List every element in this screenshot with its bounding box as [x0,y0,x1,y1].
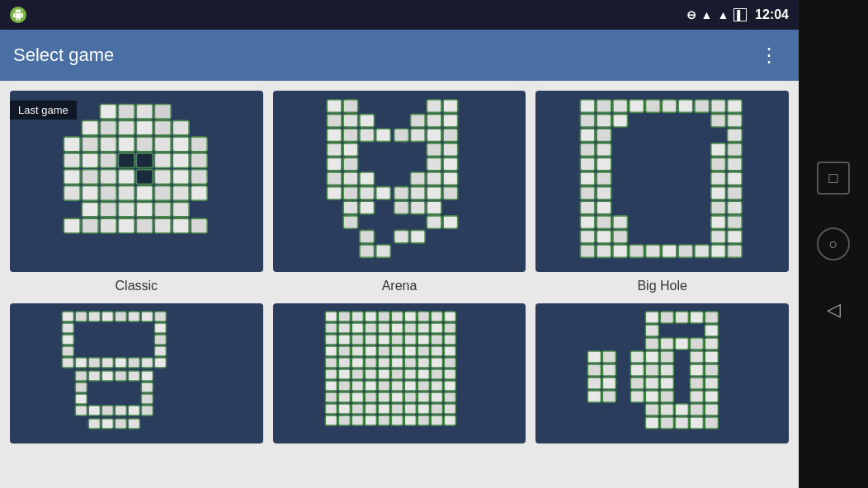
svg-rect-341 [588,378,601,389]
svg-rect-361 [661,417,674,429]
svg-rect-160 [581,245,596,257]
svg-rect-298 [378,404,389,414]
svg-rect-151 [597,216,611,228]
nav-back-button[interactable]: ◁ [817,293,850,326]
svg-rect-178 [154,312,166,321]
svg-rect-272 [431,369,442,379]
svg-rect-49 [64,218,80,233]
svg-rect-172 [75,312,87,321]
svg-rect-37 [100,186,116,201]
svg-rect-187 [88,358,100,368]
svg-rect-77 [343,143,358,156]
svg-rect-165 [663,245,677,257]
nav-recent-button[interactable]: □ [817,162,850,195]
svg-rect-156 [597,230,611,242]
svg-rect-230 [404,323,416,333]
svg-rect-43 [82,202,98,217]
svg-rect-139 [597,172,611,185]
svg-rect-362 [676,417,689,429]
svg-rect-224 [325,323,337,333]
svg-rect-356 [661,404,674,415]
last-game-badge: Last game [10,101,77,120]
svg-rect-234 [325,335,337,345]
svg-rect-76 [327,143,342,156]
svg-rect-50 [82,218,98,233]
svg-rect-281 [417,381,429,391]
svg-rect-310 [404,415,416,425]
svg-rect-210 [101,419,113,429]
svg-rect-145 [728,187,743,199]
game-item-spiral[interactable] [10,303,263,450]
svg-rect-2 [118,105,134,120]
svg-rect-33 [172,170,189,185]
svg-rect-181 [62,335,73,345]
svg-rect-351 [646,391,659,402]
svg-rect-63 [343,115,358,127]
game-item-cross[interactable] [535,303,789,450]
svg-rect-59 [343,100,358,112]
svg-rect-163 [630,245,644,257]
nav-bar: □ ○ ◁ [799,0,868,488]
svg-rect-349 [603,391,616,402]
svg-rect-136 [711,157,726,170]
svg-rect-269 [391,369,403,379]
svg-rect-191 [141,358,153,368]
svg-rect-144 [711,187,726,199]
svg-rect-1 [100,105,116,120]
nav-home-button[interactable]: ○ [817,228,850,260]
svg-rect-346 [691,378,704,389]
svg-rect-313 [444,415,455,425]
svg-rect-35 [64,186,80,201]
svg-rect-90 [327,187,342,199]
svg-rect-166 [678,245,693,257]
svg-rect-232 [431,323,442,333]
svg-rect-8 [136,120,153,135]
svg-rect-157 [613,230,628,242]
game-thumbnail-bighole [535,91,789,272]
svg-rect-185 [62,358,73,368]
svg-rect-17 [172,137,189,152]
svg-rect-345 [661,378,674,389]
svg-rect-110 [375,245,390,257]
svg-rect-190 [128,358,139,368]
status-bar-right: ⊖ ▲ ▲ ▌ 12:04 [686,7,789,22]
game-thumbnail-classic: Last game [10,91,263,272]
svg-rect-243 [444,335,455,345]
svg-rect-88 [427,172,441,185]
signal-icon: ▲ [717,8,729,21]
svg-rect-350 [631,391,644,402]
svg-rect-225 [338,323,350,333]
svg-rect-192 [154,358,166,368]
svg-rect-16 [154,137,171,152]
svg-rect-200 [141,382,153,392]
svg-rect-359 [705,404,719,415]
svg-rect-209 [88,419,100,429]
svg-rect-283 [444,381,455,391]
svg-rect-54 [154,218,171,233]
svg-rect-195 [101,371,113,381]
svg-rect-287 [365,392,376,402]
svg-rect-133 [728,143,743,156]
game-item-bighole[interactable]: Big Hole [535,91,789,293]
svg-rect-222 [431,312,442,321]
svg-rect-53 [136,218,153,233]
svg-rect-174 [101,312,113,321]
more-options-icon[interactable]: ⋮ [752,37,785,73]
content-area: Last game [0,81,799,488]
svg-rect-202 [141,394,153,404]
game-item-classic[interactable]: Last game [10,91,263,293]
svg-rect-47 [154,202,171,217]
game-item-full[interactable] [273,303,526,450]
svg-rect-93 [375,187,390,199]
svg-rect-182 [154,335,166,345]
svg-rect-252 [431,346,442,356]
svg-rect-329 [631,351,644,363]
svg-rect-15 [136,137,153,152]
game-item-arena[interactable]: Arena [273,91,526,293]
svg-rect-79 [443,143,458,156]
svg-rect-241 [417,335,429,345]
svg-rect-309 [391,415,403,425]
svg-rect-86 [360,172,375,185]
svg-rect-115 [630,100,644,112]
svg-rect-137 [728,157,743,170]
